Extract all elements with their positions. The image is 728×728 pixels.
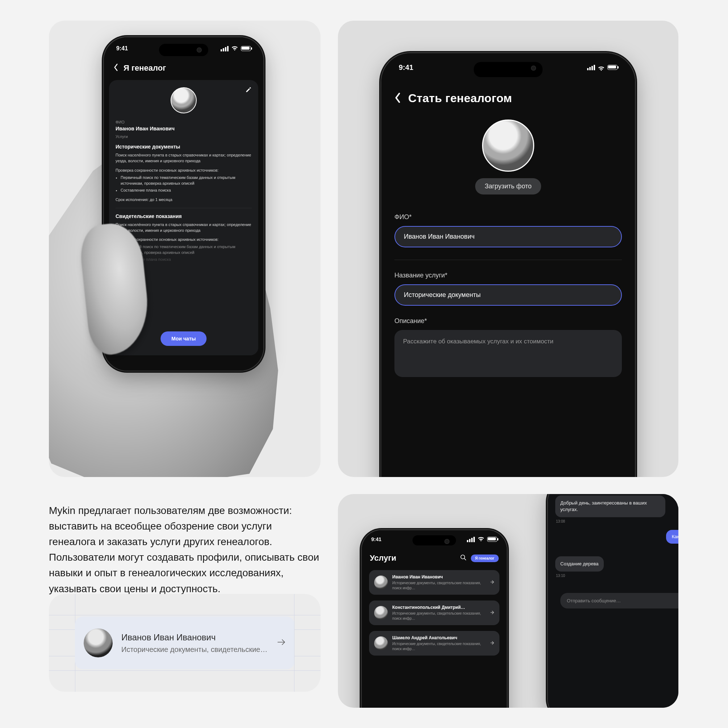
avatar (374, 606, 388, 620)
avatar (482, 119, 534, 172)
service-title: Исторические документы (116, 144, 252, 150)
fio-label: ФИО* (395, 213, 622, 221)
chat-timestamp: 13:10 (556, 574, 678, 578)
provider-name: Иванов Иван Иванович (392, 574, 486, 580)
description-label: Описание* (395, 317, 622, 325)
provider-services: Исторические документы, свидетельские по… (392, 611, 486, 621)
battery-icon (487, 537, 497, 542)
page-title: Я генеалог (124, 63, 166, 73)
wifi-icon (231, 46, 238, 51)
panel-services-and-chat: Добрый день, заинтересованы в ваших услу… (338, 494, 678, 708)
arrow-right-icon (490, 640, 494, 647)
avatar (374, 575, 388, 589)
svg-point-0 (461, 555, 465, 559)
provider-card[interactable]: Константинопольский Дмитрий… Исторически… (369, 601, 499, 625)
phone-services: 9:41 Услуги Я генеалог (362, 530, 507, 708)
status-time: 9:41 (371, 537, 381, 542)
battery-icon (241, 46, 251, 51)
back-icon[interactable] (113, 63, 118, 73)
fio-value: Иванов Иван Иванович (116, 126, 252, 132)
chat-message-outgoing: Какие? (666, 530, 678, 544)
panel-become-genealogist: 9:41 Стать генеалогом Загрузить фото (338, 21, 678, 477)
provider-services: Исторические документы, свидетельские по… (121, 645, 268, 654)
signal-icon (467, 537, 475, 542)
service-title: Свидетельские показания (116, 213, 252, 219)
provider-card[interactable]: Иванов Иван Иванович Исторические докуме… (75, 616, 294, 669)
arrow-right-icon (490, 610, 494, 616)
chat-message-incoming: Создание дерева (555, 556, 604, 572)
marketing-description: Mykin предлагает пользователям две возмо… (49, 503, 321, 596)
service-desc: Поиск населённого пункта в старых справо… (116, 153, 252, 164)
service-desc: Поиск населённого пункта в старых справо… (116, 222, 252, 234)
panel-card-sample: Иванов Иван Иванович Исторические докуме… (49, 594, 321, 692)
service-term: Срок исполнения: до 1 месяца (116, 197, 252, 203)
provider-name: Шамело Андрей Анатольевич (392, 635, 486, 640)
provider-name: Иванов Иван Иванович (121, 632, 268, 642)
i-am-genealogist-badge[interactable]: Я генеалог (471, 555, 499, 562)
status-time: 9:41 (399, 63, 413, 72)
avatar (374, 636, 388, 650)
status-time: 9:41 (116, 45, 128, 52)
avatar (171, 87, 197, 113)
page-title: Услуги (370, 554, 396, 563)
signal-icon (220, 46, 229, 51)
battery-icon (607, 65, 618, 70)
service-bullet: Первичный поиск по тематическим базам да… (121, 175, 252, 187)
service-desc: Проверка сохранности основных архивных и… (116, 168, 252, 173)
services-label: Услуги (116, 135, 252, 139)
fio-input[interactable]: Иванов Иван Иванович (395, 226, 622, 247)
edit-icon[interactable] (245, 87, 252, 95)
wifi-icon (478, 537, 484, 542)
service-name-input[interactable]: Исторические документы (395, 284, 622, 306)
provider-card[interactable]: Шамело Андрей Анатольевич Исторические д… (369, 631, 499, 656)
wifi-icon (598, 65, 604, 70)
panel-profile-preview: 9:41 Я генеалог (49, 21, 321, 477)
arrow-right-icon (277, 639, 286, 647)
fio-label: ФИО (116, 120, 252, 124)
my-chats-button[interactable]: Мои чаты (161, 331, 206, 346)
service-name-label: Название услуги* (395, 272, 622, 279)
upload-photo-button[interactable]: Загрузить фото (475, 178, 541, 194)
chat-timestamp: 13:08 (556, 519, 678, 523)
description-textarea[interactable]: Расскажите об оказываемых услугах и их с… (395, 330, 622, 377)
chat-message-incoming: Добрый день, заинтересованы в ваших услу… (555, 496, 665, 517)
provider-services: Исторические документы, свидетельские по… (392, 641, 486, 651)
signal-icon (587, 65, 595, 70)
provider-services: Исторические документы, свидетельские по… (392, 581, 486, 590)
back-icon[interactable] (395, 92, 401, 105)
arrow-right-icon (490, 579, 494, 586)
phone-form: 9:41 Стать генеалогом Загрузить фото (381, 53, 635, 477)
avatar (84, 629, 113, 658)
hand-holding-phone: 9:41 Я генеалог (49, 21, 321, 477)
phone-chat: Добрый день, заинтересованы в ваших услу… (548, 494, 678, 708)
provider-card[interactable]: Иванов Иван Иванович Исторические докуме… (369, 570, 499, 595)
search-icon[interactable] (460, 554, 466, 562)
provider-name: Константинопольский Дмитрий… (392, 605, 486, 610)
message-input[interactable]: Отправить сообщение… (560, 593, 678, 609)
page-title: Стать генеалогом (408, 92, 512, 105)
service-bullet: Составление плана поиска (121, 188, 252, 193)
